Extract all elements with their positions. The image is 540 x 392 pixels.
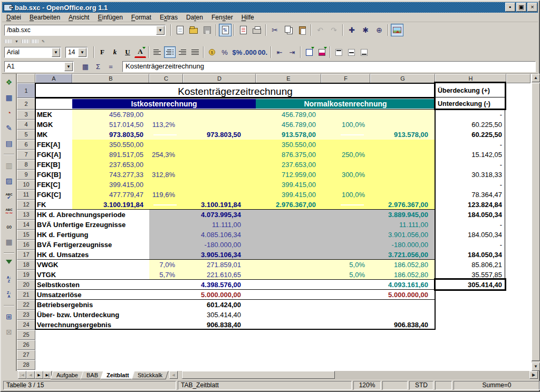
cell-A20[interactable]: Selbstkosten — [35, 280, 149, 290]
cell-G5[interactable]: 913.578,00 — [370, 130, 435, 140]
font-name-dropdown-button[interactable]: ▼ — [52, 48, 60, 57]
navigator-icon[interactable]: ✚ — [345, 24, 358, 36]
align-right-button[interactable] — [177, 46, 188, 58]
cell-B3[interactable]: 456.789,00 — [72, 110, 149, 120]
cell-A16[interactable]: BVÄ Fertigerzeugnisse — [35, 240, 149, 250]
standard-format-button[interactable]: $% — [232, 46, 243, 58]
cell-E10[interactable]: 399.415,00 — [256, 180, 321, 190]
menu-hilfe[interactable]: Hilfe — [237, 13, 258, 22]
cell-G19[interactable]: 186.052,80 — [370, 270, 435, 280]
new-document-icon[interactable] — [173, 24, 186, 36]
draw-functions-icon[interactable]: ✎ — [3, 122, 15, 134]
vscroll-thumb[interactable] — [532, 83, 540, 361]
undo-icon[interactable]: ↶ — [314, 24, 326, 36]
cell-A18[interactable]: VWGK — [35, 260, 72, 270]
row-header-3[interactable]: 3 — [17, 110, 35, 120]
underline-button[interactable]: U — [122, 46, 133, 58]
cell-A8[interactable]: FEK[B] — [35, 160, 72, 170]
cell-B11[interactable]: 477.779,47 — [72, 190, 149, 200]
cell-D22[interactable]: 601.424,00 — [183, 300, 256, 310]
cell-H7[interactable]: 15.142,05 — [435, 150, 506, 160]
remove-decimal-button[interactable]: 00. — [257, 46, 268, 58]
cell-A15[interactable]: HK d. Fertigung — [35, 230, 149, 240]
row-header-18[interactable]: 18 — [17, 260, 35, 270]
cell-H15[interactable]: 184.050,34 — [435, 230, 506, 240]
vertical-scrollbar[interactable]: ▲ ▼ — [532, 74, 540, 371]
cell-D21[interactable]: 5.000.000,00 — [183, 290, 256, 300]
autospellcheck-icon[interactable]: ABC∼∼ — [3, 205, 15, 218]
percent-button[interactable]: % — [219, 46, 230, 58]
background-color-button[interactable] — [316, 46, 327, 58]
cell-F9[interactable]: 300,0% — [321, 170, 370, 180]
row-header-15[interactable]: 15 — [17, 230, 35, 240]
row-header-7[interactable]: 7 — [17, 150, 35, 160]
font-size-value[interactable]: 14 — [66, 48, 78, 56]
bold-button[interactable]: F — [97, 46, 108, 58]
menu-einfügen[interactable]: Einfügen — [93, 13, 127, 22]
cell-D20[interactable]: 4.398.576,00 — [183, 280, 256, 290]
cell-F19[interactable]: 5,0% — [321, 270, 370, 280]
cell-D14[interactable]: 11.111,00 — [183, 220, 256, 230]
cell-A6[interactable]: FEK[A] — [35, 140, 72, 150]
cell-G20[interactable]: 4.093.161,60 — [370, 280, 435, 290]
col-header-C[interactable]: C — [149, 74, 183, 83]
spreadsheet-grid[interactable]: ABCDEFGH12345678910111213141516171819202… — [17, 74, 532, 371]
tab-scroll-left-button[interactable]: ◀ — [169, 371, 178, 379]
row-header-11[interactable]: 11 — [17, 190, 35, 200]
cell-H4[interactable]: 60.225,50 — [435, 120, 506, 130]
save-icon[interactable] — [201, 24, 214, 36]
col-header-D[interactable]: D — [183, 74, 256, 83]
cell-H14[interactable]: - — [435, 220, 506, 230]
url-value[interactable]: /bab.sxc — [5, 26, 156, 34]
cell-H16[interactable]: - — [435, 240, 506, 250]
cell-C19[interactable]: 5,7% — [149, 270, 183, 280]
grid-corner-box[interactable] — [17, 74, 35, 83]
sheet-tab-aufgabe[interactable]: Aufgabe — [50, 371, 84, 379]
cell-B6[interactable]: 350.550,00 — [72, 140, 149, 150]
copy-icon[interactable] — [282, 24, 295, 36]
row-header-24[interactable]: 24 — [17, 320, 35, 330]
cell-G17[interactable]: 3.721.056,00 — [370, 250, 435, 260]
cell-D17[interactable]: 3.905.106,34 — [183, 250, 256, 260]
align-left-button[interactable] — [151, 46, 163, 58]
title-bar[interactable]: bab.sxc - OpenOffice.org 1.1 ▪▣× — [2, 2, 538, 13]
col-header-F[interactable]: F — [321, 74, 370, 83]
toolbar-grip-icon[interactable] — [31, 40, 38, 43]
col-header-A[interactable]: A — [35, 74, 72, 83]
close-button[interactable]: × — [527, 3, 537, 12]
cell-D18[interactable]: 271.859,01 — [183, 260, 256, 270]
cell-H9[interactable]: 30.318,33 — [435, 170, 506, 180]
cell-H17[interactable]: 184.050,34 — [435, 250, 506, 260]
cell-A12[interactable]: FK — [35, 200, 72, 210]
font-color-button[interactable]: A — [134, 46, 146, 58]
collapse-toolbar-icon[interactable]: ▼ — [14, 40, 20, 43]
row-header-10[interactable]: 10 — [17, 180, 35, 190]
increase-indent-button[interactable]: ⇥ — [286, 46, 298, 58]
cell-E2[interactable]: Normalkostenrechnung — [256, 99, 435, 109]
insert-icon[interactable]: ❖ — [3, 76, 15, 89]
autoformat-icon[interactable]: ▨ — [3, 174, 15, 187]
cell-A9[interactable]: FGK[B] — [35, 170, 72, 180]
col-header-blank[interactable] — [506, 74, 531, 83]
insert-from-file-icon[interactable]: ▥ — [3, 159, 15, 172]
redo-icon[interactable]: ↷ — [327, 24, 340, 36]
sum-icon[interactable]: Σ — [92, 61, 104, 72]
menu-datei[interactable]: Datei — [2, 13, 25, 22]
cell-H5[interactable]: 60.225,50 — [435, 130, 506, 140]
align-bottom-button[interactable] — [358, 46, 370, 58]
cell-A14[interactable]: BVÄ Unfertige Erzeugnisse — [35, 220, 149, 230]
row-header-19[interactable]: 19 — [17, 270, 35, 280]
align-center-button[interactable] — [164, 46, 176, 58]
toolbar-grip-icon[interactable] — [22, 40, 29, 43]
print-icon[interactable] — [250, 24, 263, 36]
menu-fenster[interactable]: Fenster — [207, 13, 237, 22]
equals-icon[interactable]: = — [105, 61, 117, 72]
row-header-1[interactable]: 1 — [17, 83, 35, 98]
borders-button[interactable] — [303, 46, 315, 58]
cell-A22[interactable]: Betriebsergebnis — [35, 300, 149, 310]
cell-B9[interactable]: 743.277,33 — [72, 170, 149, 180]
align-justify-button[interactable] — [189, 46, 201, 58]
cell-G18[interactable]: 186.052,80 — [370, 260, 435, 270]
font-size-dropdown-button[interactable]: ▼ — [78, 48, 86, 57]
cell-B2[interactable]: Istkostenrechnung — [72, 99, 256, 109]
